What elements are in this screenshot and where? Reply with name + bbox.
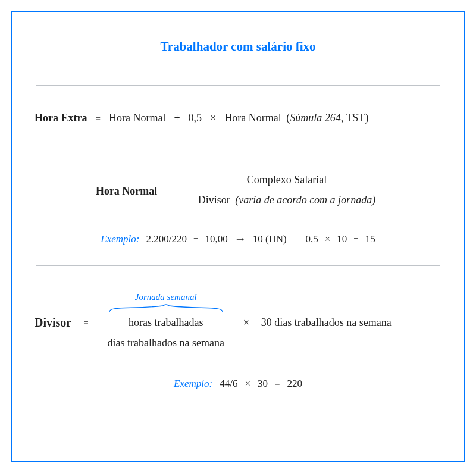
lhs-hora-normal: Hora Normal [96,185,157,198]
section-hora-extra: Hora Extra = Hora Normal + 0,5 × Hora No… [32,86,444,151]
note-sumula: Súmula 264 [290,112,341,124]
equals-sign: = [83,318,88,328]
equals-sign: = [173,186,177,196]
example-hora-normal: Exemplo: 2.200/220 = 10,00 → 10 (HN) + 0… [32,231,444,245]
denominator-divisor: Divisor (varia de acordo com a jornada) [193,190,380,210]
document-frame: Trabalhador com salário fixo Hora Extra … [11,11,465,462]
plus-sign: + [174,112,180,124]
rhs-30-dias: 30 dias trabalhados na semana [261,317,392,329]
ex-d: 0,5 [305,233,318,245]
times-sign: × [243,317,249,329]
ex-a: 2.200/220 [146,233,186,245]
example-label: Exemplo: [174,378,212,390]
times-sign: × [325,233,331,245]
ex-e: 10 [337,233,347,245]
term-hora-normal-1: Hora Normal [109,112,165,124]
plus-sign: + [293,233,299,245]
lhs-divisor: Divisor [35,316,71,330]
numerator-horas: horas trabalhadas [124,315,208,333]
ex-b: 10,00 [205,233,227,245]
page-title: Trabalhador com salário fixo [32,39,444,54]
term-hora-normal-2: Hora Normal [224,112,281,124]
ex-b: 30 [258,378,268,390]
brace-group: Jornada semanal horas trabalhadas dias t… [101,292,231,353]
denominator-dias: dias trabalhados na semana [102,333,228,353]
section-hora-normal: Hora Normal = Complexo Salarial Divisor … [32,151,444,265]
times-sign: × [210,112,216,124]
term-with-note: Hora Normal (Súmula 264, TST) [224,112,368,124]
ex-a: 44/6 [220,378,237,390]
example-divisor: Exemplo: 44/6 × 30 = 220 [32,378,444,390]
curly-brace-icon [107,301,226,313]
fraction-hora-normal: Complexo Salarial Divisor (varia de acor… [193,173,380,210]
equals-sign: = [353,234,358,245]
times-sign: × [245,378,250,390]
section-divisor: Divisor = Jornada semanal horas trabalha… [32,266,444,396]
den-plain: Divisor [198,194,230,206]
lhs-hora-extra: Hora Extra [35,112,87,124]
example-label: Exemplo: [101,233,139,245]
formula-divisor: Divisor = Jornada semanal horas trabalha… [32,292,444,353]
ex-c: 220 [287,378,302,390]
ex-f: 15 [365,233,375,245]
equals-sign: = [275,379,280,389]
factor-half: 0,5 [189,112,202,124]
formula-hora-normal: Hora Normal = Complexo Salarial Divisor … [32,173,444,210]
ex-c: 10 (HN) [253,233,287,245]
numerator-complexo: Complexo Salarial [242,173,331,190]
den-ital: (varia de acordo com a jornada) [235,194,375,206]
equals-sign: = [95,114,100,124]
formula-hora-extra: Hora Extra = Hora Normal + 0,5 × Hora No… [32,112,444,124]
note-rest: , TST) [341,112,369,124]
fraction-divisor: horas trabalhadas dias trabalhados na se… [101,315,231,353]
arrow-right-icon: → [234,232,246,246]
equals-sign: = [193,234,198,245]
